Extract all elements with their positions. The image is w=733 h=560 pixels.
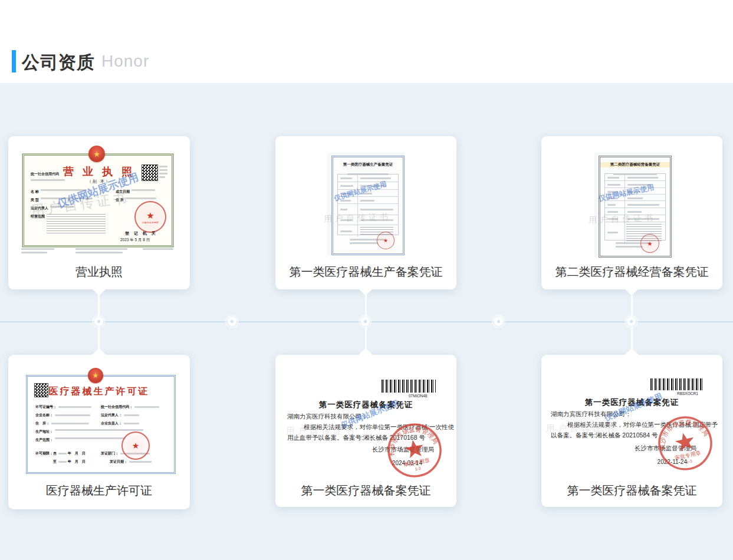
barcode-label: 07MION48 — [409, 394, 427, 398]
certificate-card-class1-device-filing-1[interactable]: 07MION48 第一类医疗器械备案凭证 湖南力宾医疗科技有限公司： 根据相关法… — [275, 355, 456, 507]
card-pointer-up — [92, 348, 106, 355]
micro-text-lines — [75, 248, 127, 255]
barcode-icon — [650, 378, 702, 390]
card-pointer-down — [359, 289, 373, 295]
card-pointer-up — [624, 348, 639, 355]
official-seal-icon: 长沙市市场监督管理局 审批专用章 1-3 — [650, 409, 721, 479]
certificate-card-class1-device-filing-2[interactable]: RBSXOCR1 第一类医疗器械备案凭证 湖南力宾医疗科技有限公司： 根据相关法… — [541, 355, 722, 507]
micro-text-lines — [159, 166, 167, 180]
official-seal-icon: ★ — [640, 234, 659, 253]
micro-text-lines — [143, 248, 173, 252]
credit-code-block: 统一社会信用代码 — [31, 167, 65, 181]
card-caption: 医疗器械生产许可证 — [8, 483, 190, 499]
certificate-title: 第二类医疗器械经营备案凭证 — [600, 162, 670, 167]
section-header: 公司资质 Honor — [0, 0, 733, 83]
accent-bar — [12, 50, 16, 73]
official-seal-icon: ★ — [121, 431, 150, 460]
page-title: 公司资质 — [22, 51, 95, 75]
timeline-node — [94, 317, 103, 326]
card-caption: 营业执照 — [8, 264, 190, 280]
national-emblem-icon: ★ — [88, 368, 103, 383]
barcode-icon — [382, 380, 436, 393]
page: 公司资质 Honor ★ 营 业 执 照 （副 本） 统一社会信用代码 — [0, 0, 733, 560]
svg-text:1-3: 1-3 — [415, 466, 421, 472]
timeline-node — [494, 317, 503, 326]
card-caption: 第一类医疗器械备案凭证 — [541, 483, 722, 499]
barcode-label: RBSXOCR1 — [677, 391, 698, 396]
micro-text-lines — [21, 248, 54, 255]
national-emblem-icon: ★ — [88, 146, 105, 162]
certificate-card-class1-production-filing[interactable]: 第一类医疗器械生产备案凭证 ★ — [275, 136, 456, 289]
honor-section: ★ 营 业 执 照 （副 本） 统一社会信用代码 名 称 类 型 法定代表人 经… — [0, 83, 733, 560]
timeline-node — [361, 317, 370, 326]
timeline-node — [228, 317, 236, 326]
certificate-title: 第一类医疗器械备案凭证 — [275, 400, 456, 410]
card-caption: 第一类医疗器械生产备案凭证 — [275, 264, 456, 280]
card-caption: 第一类医疗器械备案凭证 — [275, 483, 456, 499]
card-pointer-down — [92, 289, 106, 295]
official-seal-icon: 长沙市市场监督管理局 审批专用章 1-3 — [380, 416, 449, 485]
certificate-image: ★ 营 业 执 照 （副 本） 统一社会信用代码 名 称 类 型 法定代表人 经… — [21, 143, 177, 261]
license-fields: 许可证编号： 统一社会信用代码： 企业名称： 法定代表人： 住 所： 企业负责人… — [35, 404, 166, 467]
timeline-node — [627, 317, 636, 326]
card-pointer-up — [359, 348, 373, 355]
registrar-label: 登 记 机 关 — [125, 230, 157, 236]
page-subtitle: Honor — [101, 52, 149, 71]
card-caption: 第二类医疗器械经营备案凭证 — [541, 264, 722, 280]
qr-code-icon — [142, 164, 158, 181]
certificate-card-class2-business-filing[interactable]: 第二类医疗器械经营备案凭证 — [541, 136, 722, 289]
certificate-title: 医疗器械生产许可证 — [8, 386, 190, 398]
issue-date: 2023 年 5 月 8 日 — [120, 238, 150, 243]
certificate-card-business-license[interactable]: ★ 营 业 执 照 （副 本） 统一社会信用代码 名 称 类 型 法定代表人 经… — [8, 136, 190, 289]
svg-text:1-3: 1-3 — [686, 459, 692, 464]
watermark-gray: 用户自传证书 — [546, 423, 617, 434]
card-pointer-down — [624, 289, 639, 295]
official-seal-icon: ★ — [377, 232, 395, 249]
official-seal-icon: ★ 已核审批专用章 — [134, 201, 166, 233]
certificate-title: 第一类医疗器械生产备案凭证 — [333, 162, 403, 167]
watermark-gray: 用户自传证书 — [286, 426, 357, 437]
certificate-card-production-license[interactable]: ★ 医疗器械生产许可证 许可证编号： 统一社会信用代码： 企业名称： 法定代表人… — [8, 355, 190, 509]
